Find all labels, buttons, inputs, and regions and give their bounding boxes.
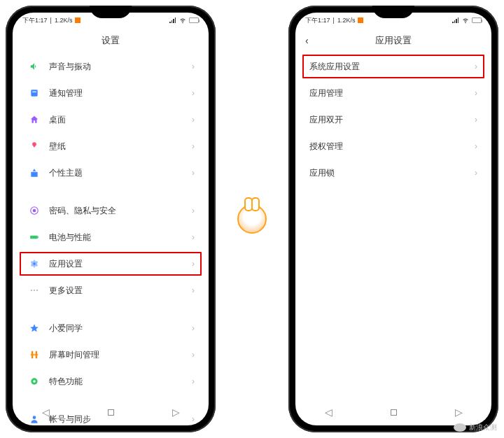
- svg-point-14: [33, 380, 36, 383]
- screentime-icon: [27, 350, 42, 360]
- app-settings-row-label: 应用锁: [309, 168, 475, 178]
- svg-rect-5: [38, 236, 38, 238]
- settings-row-label: 个性主题: [49, 168, 192, 178]
- chevron-right-icon: ›: [192, 323, 195, 333]
- chevron-right-icon: ›: [192, 168, 195, 178]
- app-settings-row[interactable]: 授权管理 ›: [309, 133, 477, 160]
- svg-point-8: [34, 290, 35, 291]
- settings-row-label: 小爱同学: [49, 323, 192, 334]
- app-settings-row[interactable]: 应用管理 ›: [309, 80, 477, 106]
- ai-icon: [27, 323, 42, 333]
- battery-icon: [189, 17, 199, 23]
- settings-row-theme[interactable]: 个性主题 ›: [27, 160, 195, 186]
- chevron-right-icon: ›: [475, 62, 477, 71]
- settings-row-app-settings[interactable]: 应用设置 ›: [27, 250, 195, 277]
- app-settings-row[interactable]: 应用锁 ›: [309, 160, 477, 186]
- chevron-right-icon: ›: [192, 259, 195, 269]
- chevron-right-icon: ›: [475, 141, 477, 151]
- nav-back-icon[interactable]: ◁: [42, 407, 50, 418]
- wallpaper-icon: [27, 141, 42, 151]
- mascot-watermark: [231, 195, 273, 243]
- phone-left: 下午1:17 | 1.2K/s 设置 声音与振动 › 通知管理 ›: [6, 6, 216, 432]
- svg-rect-4: [30, 236, 38, 239]
- header-right: ‹ 应用设置: [295, 28, 491, 53]
- svg-point-7: [31, 290, 32, 291]
- back-button[interactable]: ‹: [305, 35, 309, 46]
- nav-home-icon[interactable]: [108, 409, 114, 416]
- status-indicator-icon: [358, 17, 363, 23]
- svg-rect-12: [31, 354, 38, 355]
- svg-rect-1: [32, 92, 36, 92]
- svg-point-9: [36, 290, 38, 291]
- settings-row-label: 应用设置: [49, 259, 192, 269]
- battery-icon: [27, 232, 42, 242]
- nav-recent-icon[interactable]: ▷: [455, 407, 463, 418]
- settings-row-features[interactable]: 特色功能 ›: [27, 368, 195, 395]
- settings-row-notify[interactable]: 通知管理 ›: [27, 80, 195, 106]
- page-title: 应用设置: [375, 34, 412, 47]
- settings-row-label: 更多设置: [49, 285, 192, 296]
- theme-icon: [27, 168, 42, 178]
- settings-row-wallpaper[interactable]: 壁纸 ›: [27, 133, 195, 160]
- more-icon: [27, 285, 42, 295]
- svg-point-3: [33, 209, 36, 213]
- settings-row-label: 壁纸: [49, 141, 192, 152]
- screen-right: 下午1:17 | 1.2K/s ‹ 应用设置 系统应用设置 › 应用管理 › 应…: [295, 13, 491, 425]
- chevron-right-icon: ›: [192, 88, 195, 98]
- notify-icon: [27, 88, 42, 98]
- app-settings-row[interactable]: 应用双开 ›: [309, 106, 477, 133]
- features-icon: [27, 376, 42, 386]
- app-settings-row-label: 授权管理: [309, 141, 475, 152]
- settings-row-label: 声音与振动: [49, 62, 192, 72]
- battery-icon: [472, 17, 482, 23]
- chevron-right-icon: ›: [192, 376, 195, 386]
- screen-left: 下午1:17 | 1.2K/s 设置 声音与振动 › 通知管理 ›: [13, 13, 209, 425]
- notch: [372, 6, 414, 18]
- app-settings-row[interactable]: 系统应用设置 ›: [309, 53, 477, 80]
- home-icon: [27, 115, 42, 125]
- chevron-right-icon: ›: [192, 232, 195, 242]
- chevron-right-icon: ›: [192, 206, 195, 216]
- status-indicator-icon: [75, 17, 80, 23]
- settings-row-privacy[interactable]: 密码、隐私与安全 ›: [27, 197, 195, 224]
- settings-list[interactable]: 声音与振动 › 通知管理 › 桌面 › 壁纸 › 个性主题 › 密码、隐私与安全: [13, 53, 209, 425]
- settings-row-more[interactable]: 更多设置 ›: [27, 277, 195, 304]
- phone-right: 下午1:17 | 1.2K/s ‹ 应用设置 系统应用设置 › 应用管理 › 应…: [288, 6, 498, 432]
- status-speed: 1.2K/s: [55, 17, 73, 24]
- app-settings-row-label: 应用双开: [309, 115, 475, 125]
- nav-bar: ◁ ▷: [13, 402, 209, 423]
- settings-row-label: 通知管理: [49, 88, 192, 99]
- chevron-right-icon: ›: [475, 115, 477, 125]
- chevron-right-icon: ›: [192, 285, 195, 295]
- app-settings-icon: [27, 259, 42, 269]
- status-speed: 1.2K/s: [337, 17, 356, 24]
- wifi-icon: [462, 17, 469, 24]
- nav-recent-icon[interactable]: ▷: [172, 407, 180, 418]
- nav-back-icon[interactable]: ◁: [325, 407, 332, 418]
- app-settings-list[interactable]: 系统应用设置 › 应用管理 › 应用双开 › 授权管理 › 应用锁 ›: [295, 53, 491, 186]
- page-title: 设置: [102, 34, 120, 47]
- chevron-right-icon: ›: [192, 141, 195, 151]
- nav-bar: ◁ ▷: [295, 402, 491, 423]
- status-time: 下午1:17: [305, 16, 330, 25]
- settings-row-ai[interactable]: 小爱同学 ›: [27, 315, 195, 341]
- settings-row-screentime[interactable]: 屏幕时间管理 ›: [27, 341, 195, 368]
- settings-row-label: 桌面: [49, 115, 192, 125]
- settings-row-label: 屏幕时间管理: [49, 350, 192, 360]
- settings-row-sound[interactable]: 声音与振动 ›: [27, 53, 195, 80]
- svg-rect-0: [31, 90, 37, 96]
- status-time: 下午1:17: [22, 16, 48, 25]
- settings-row-label: 电池与性能: [49, 232, 192, 243]
- chevron-right-icon: ›: [192, 62, 195, 71]
- chevron-right-icon: ›: [192, 115, 195, 125]
- settings-row-home[interactable]: 桌面 ›: [27, 106, 195, 133]
- signal-icon: [452, 17, 459, 23]
- settings-row-label: 特色功能: [49, 376, 192, 387]
- app-settings-row-label: 系统应用设置: [309, 62, 475, 72]
- wifi-icon: [179, 17, 186, 24]
- settings-row-battery[interactable]: 电池与性能 ›: [27, 224, 195, 250]
- notch: [90, 6, 132, 18]
- signal-icon: [169, 17, 176, 23]
- settings-row-label: 密码、隐私与安全: [49, 206, 192, 216]
- nav-home-icon[interactable]: [391, 409, 397, 416]
